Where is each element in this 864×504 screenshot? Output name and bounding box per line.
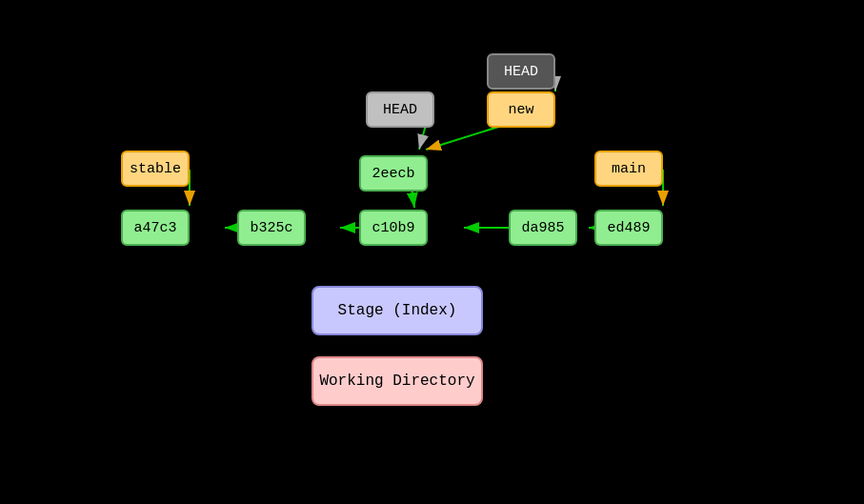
node-a47c3: a47c3 (121, 210, 190, 246)
node-c10b9: c10b9 (359, 210, 428, 246)
node-stage: Stage (Index) (311, 286, 483, 335)
node-stable: stable (121, 151, 190, 187)
node-head-tag: HEAD (487, 53, 555, 90)
node-workdir: Working Directory (311, 356, 483, 406)
arrows-svg (0, 0, 864, 504)
node-main: main (594, 151, 663, 187)
node-b325c: b325c (237, 210, 306, 246)
diagram: ed489 da985 c10b9 b325c a47c3 2eecb main… (0, 0, 864, 504)
node-ed489: ed489 (594, 210, 663, 246)
node-2eecb: 2eecb (359, 155, 428, 192)
node-head-gray: HEAD (366, 91, 434, 128)
node-da985: da985 (509, 210, 577, 246)
node-head-new: new (487, 91, 555, 128)
